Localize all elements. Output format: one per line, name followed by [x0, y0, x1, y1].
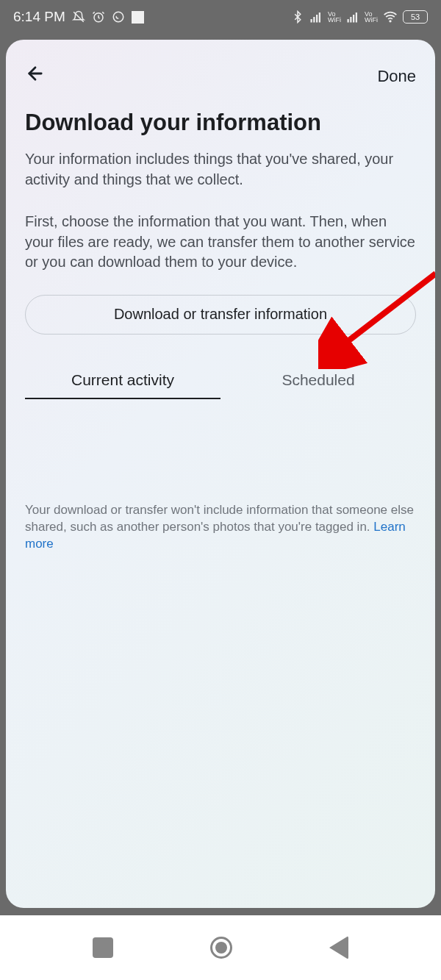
status-bar: 6:14 PM Vo WiFi Vo WiFi — [0, 0, 441, 34]
back-button[interactable] — [25, 63, 46, 89]
svg-rect-6 — [348, 19, 349, 23]
wifi-icon — [383, 10, 398, 24]
done-button[interactable]: Done — [377, 67, 416, 86]
tab-scheduled[interactable]: Scheduled — [220, 365, 416, 399]
svg-rect-8 — [353, 15, 354, 23]
status-right: Vo WiFi Vo WiFi 53 — [291, 10, 428, 24]
download-transfer-label: Download or transfer information — [114, 306, 327, 323]
vowifi-label-2: Vo WiFi — [365, 11, 378, 23]
disclaimer-text: Your download or transfer won't include … — [25, 503, 414, 534]
notifications-off-icon — [72, 10, 85, 24]
signal-icon — [309, 10, 323, 24]
arrow-left-icon — [25, 63, 46, 84]
bluetooth-icon — [291, 10, 304, 24]
vowifi-label-1: Vo WiFi — [328, 11, 341, 23]
page-title: Download your information — [6, 110, 435, 149]
svg-rect-2 — [311, 19, 312, 23]
recent-apps-button[interactable] — [93, 937, 113, 958]
battery-percent: 53 — [411, 12, 420, 21]
square-icon — [132, 11, 144, 24]
header: Done — [6, 40, 435, 110]
svg-rect-9 — [356, 12, 357, 23]
tabs: Current activity Scheduled — [25, 365, 416, 399]
svg-rect-3 — [313, 17, 315, 23]
status-left: 6:14 PM — [13, 9, 144, 25]
back-nav-button[interactable] — [329, 936, 348, 959]
alarm-icon — [92, 10, 105, 24]
battery-icon: 53 — [403, 10, 428, 24]
description-paragraph-2: First, choose the information that you w… — [6, 212, 435, 273]
svg-point-1 — [113, 12, 123, 22]
description-paragraph-1: Your information includes things that yo… — [6, 149, 435, 190]
svg-point-10 — [390, 21, 391, 22]
home-button[interactable] — [210, 937, 232, 959]
download-transfer-button[interactable]: Download or transfer information — [25, 295, 416, 335]
svg-rect-7 — [350, 17, 351, 23]
disclaimer: Your download or transfer won't include … — [6, 399, 435, 553]
navigation-bar — [0, 915, 441, 980]
tab-current-activity[interactable]: Current activity — [25, 365, 220, 399]
signal-icon-2 — [346, 10, 359, 24]
app-card: Done Download your information Your info… — [6, 40, 435, 908]
clock-time: 6:14 PM — [13, 9, 65, 25]
whatsapp-icon — [112, 10, 125, 24]
svg-rect-5 — [319, 12, 320, 23]
svg-rect-4 — [316, 15, 318, 23]
